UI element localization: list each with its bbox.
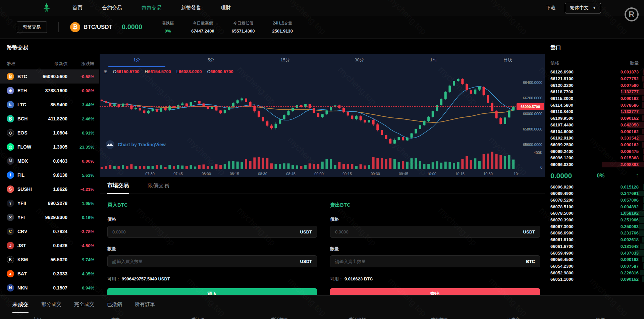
ob-amount: 0.090162 bbox=[621, 257, 639, 262]
orderbook-ask-row[interactable]: 66114.58000.078686 bbox=[545, 102, 644, 108]
timeframe-tab-日线[interactable]: 日线 bbox=[471, 54, 545, 67]
orderbook-ask-row[interactable]: 66104.60000.090162 bbox=[545, 128, 644, 135]
trade-tab-0[interactable]: 市場交易 bbox=[107, 177, 129, 194]
orderbook-bid-row[interactable]: 66070.39000.251966 bbox=[545, 217, 644, 223]
market-row-KSM[interactable]: KKSM56.50209.74% bbox=[0, 253, 99, 267]
nav-item-1[interactable]: 合約交易 bbox=[102, 5, 122, 11]
orders-tab-0[interactable]: 未成交 bbox=[12, 301, 29, 308]
orderbook-bid-row[interactable]: 66089.49000.347691 bbox=[545, 190, 644, 197]
registered-badge-icon[interactable]: R bbox=[625, 7, 639, 21]
market-row-MDX[interactable]: MMDX0.04830.00% bbox=[0, 154, 99, 168]
orderbook-bid-row[interactable]: 66052.98000.226816 bbox=[545, 269, 644, 276]
orderbook-ask-row[interactable]: 66120.32000.007580 bbox=[545, 82, 644, 89]
orderbook-bid-row[interactable]: 66054.23000.007587 bbox=[545, 263, 644, 270]
tradingview-attribution[interactable]: Chart by TradingView bbox=[106, 140, 166, 149]
orderbook-ask-row[interactable]: 66118.77001.133777 bbox=[545, 89, 644, 95]
nav-item-4[interactable]: 理財 bbox=[221, 5, 231, 11]
orderbook-ask-row[interactable]: 66099.25000.090162 bbox=[545, 142, 644, 148]
orderbook-bid-row[interactable]: 66059.49000.437033 bbox=[545, 250, 644, 256]
svg-text:07:30: 07:30 bbox=[145, 172, 155, 176]
orders-tab-4[interactable]: 所有訂單 bbox=[135, 301, 155, 308]
sell-available: 可用：9.016623 BTC bbox=[330, 276, 540, 282]
orderbook-bid-row[interactable]: 66061.81000.092618 bbox=[545, 236, 644, 243]
market-row-ETH[interactable]: ◆ETH3788.1600-0.08% bbox=[0, 84, 99, 98]
market-row-YFI[interactable]: ✕YFI9629.83000.16% bbox=[0, 210, 99, 224]
market-row-CRV[interactable]: CCRV0.7824-3.78% bbox=[0, 224, 99, 238]
coin-price: 0.0426 bbox=[34, 243, 67, 248]
orderbook-bid-row[interactable]: 66078.50001.058192 bbox=[545, 210, 644, 217]
nav-item-0[interactable]: 首頁 bbox=[72, 5, 83, 11]
orderbook-bid-row[interactable]: 66061.67000.181648 bbox=[545, 243, 644, 250]
market-row-JST[interactable]: JJST0.0426-4.50% bbox=[0, 238, 99, 253]
ob-amount: 0.226816 bbox=[621, 270, 639, 275]
orderbook-title: 盤口 bbox=[545, 39, 644, 56]
svg-text:65800.0000: 65800.0000 bbox=[523, 127, 542, 131]
coin-change: 23.35% bbox=[67, 145, 94, 150]
ob-price: 66052.9800 bbox=[550, 270, 574, 275]
ob-amount: 0.251966 bbox=[621, 217, 639, 222]
market-row-FIL[interactable]: fFIL9.81385.63% bbox=[0, 168, 99, 182]
market-row-SUSHI[interactable]: SSUSHI1.8626-4.21% bbox=[0, 182, 99, 196]
market-row-FLOW[interactable]: ◎FLOW1.390523.35% bbox=[0, 140, 99, 154]
timeframe-tab-1时[interactable]: 1时 bbox=[396, 54, 471, 67]
buy-amount-input[interactable] bbox=[112, 259, 300, 264]
sell-form: 賣出BTC 價格 USDT 數量 BTC 可用：9.016623 BTC 賣出 bbox=[330, 194, 540, 300]
orderbook-ask-row[interactable]: 66102.91000.333542 bbox=[545, 135, 644, 142]
buy-price-input[interactable] bbox=[112, 229, 300, 234]
orderbook-bid-row[interactable]: 66056.45000.090162 bbox=[545, 256, 644, 263]
nav-item-2[interactable]: 幣幣交易 bbox=[142, 5, 162, 11]
sell-price-input[interactable] bbox=[335, 229, 523, 234]
market-row-BAT[interactable]: ▲BAT0.33334.35% bbox=[0, 267, 99, 281]
sell-amount-input[interactable] bbox=[335, 259, 526, 264]
nav-right: 下載 繁体中文 ▼ bbox=[546, 3, 601, 13]
phoenix-logo[interactable] bbox=[41, 2, 53, 14]
market-row-NKN[interactable]: NNKN0.15076.94% bbox=[0, 281, 99, 295]
market-row-BCH[interactable]: ₿BCH411.82002.46% bbox=[0, 112, 99, 126]
svg-text:10:30: 10:30 bbox=[483, 172, 493, 176]
coin-change: 6.94% bbox=[67, 285, 94, 290]
orderbook-bid-row[interactable]: 66078.52000.057006 bbox=[545, 197, 644, 204]
market-type-button[interactable]: 幣幣交易 bbox=[17, 21, 47, 33]
orderbook-ask-row[interactable]: 66110.84001.133777 bbox=[545, 108, 644, 115]
orderbook-ask-row[interactable]: 66126.69000.001873 bbox=[545, 69, 644, 75]
market-row-BTC[interactable]: ₿BTC66090.5600-0.58% bbox=[0, 69, 99, 84]
orderbook-bid-row[interactable]: 66096.02000.015128 bbox=[545, 183, 644, 190]
nav-item-3[interactable]: 新幣發售 bbox=[181, 5, 201, 11]
orderbook-ask-row[interactable]: 66096.03002.098893 bbox=[545, 161, 644, 168]
coin-symbol: ₿BCH bbox=[7, 115, 34, 122]
candlestick-chart[interactable]: 66090.570066400.000066200.000066000.0000… bbox=[100, 76, 545, 177]
compare-icon[interactable]: ⊞ bbox=[104, 69, 108, 74]
buy-price-unit: USDT bbox=[300, 229, 312, 234]
orderbook-ask-row[interactable]: 66115.30000.090162 bbox=[545, 95, 644, 102]
orderbook-bid-row[interactable]: 66051.10000.090162 bbox=[545, 276, 644, 283]
market-row-YFII[interactable]: YYFII690.22781.95% bbox=[0, 196, 99, 210]
orderbook-ask-row[interactable]: 66096.12000.015368 bbox=[545, 155, 644, 161]
timeframe-tab-1分[interactable]: 1分 bbox=[100, 54, 174, 67]
ob-amount: 0.004892 bbox=[621, 204, 639, 209]
svg-text:09:30: 09:30 bbox=[371, 172, 380, 176]
timeframe-tab-5分[interactable]: 5分 bbox=[174, 54, 248, 67]
coin-name: YFI bbox=[17, 215, 25, 220]
market-row-LTC[interactable]: ŁLTC85.94003.44% bbox=[0, 98, 99, 112]
timeframe-tab-15分[interactable]: 15分 bbox=[248, 54, 322, 67]
orders-tab-3[interactable]: 已撤銷 bbox=[107, 301, 122, 308]
ob-amount: 0.057006 bbox=[621, 198, 639, 203]
orderbook-ask-row[interactable]: 66121.81000.077792 bbox=[545, 75, 644, 82]
language-selector[interactable]: 繁体中文 ▼ bbox=[565, 3, 601, 13]
orders-tab-2[interactable]: 完全成交 bbox=[74, 301, 94, 308]
ticker-stat-label: 今日最高價 bbox=[191, 20, 214, 26]
timeframe-tab-30分[interactable]: 30分 bbox=[322, 54, 396, 67]
trade-tab-1[interactable]: 限價交易 bbox=[148, 177, 169, 194]
download-link[interactable]: 下載 bbox=[546, 5, 555, 11]
orderbook-bid-row[interactable]: 66078.51000.004892 bbox=[545, 203, 644, 210]
orders-tab-1[interactable]: 部分成交 bbox=[41, 301, 61, 308]
orderbook-ask-row[interactable]: 66107.44000.842050 bbox=[545, 122, 644, 128]
orderbook-bid-row[interactable]: 66066.69000.231766 bbox=[545, 230, 644, 236]
chart-widget: 1分5分15分30分1时日线 ⊞ O66150.5700 H66154.5700… bbox=[100, 54, 545, 177]
orderbook-ask-row[interactable]: 66099.24000.006475 bbox=[545, 148, 644, 155]
ob-price: 66061.6700 bbox=[550, 244, 574, 249]
coin-price: 411.8200 bbox=[34, 116, 67, 121]
orderbook-bid-row[interactable]: 66067.39000.250083 bbox=[545, 223, 644, 230]
orderbook-ask-row[interactable]: 66109.95000.090162 bbox=[545, 115, 644, 122]
market-row-EOS[interactable]: ◇EOS1.08046.91% bbox=[0, 126, 99, 140]
